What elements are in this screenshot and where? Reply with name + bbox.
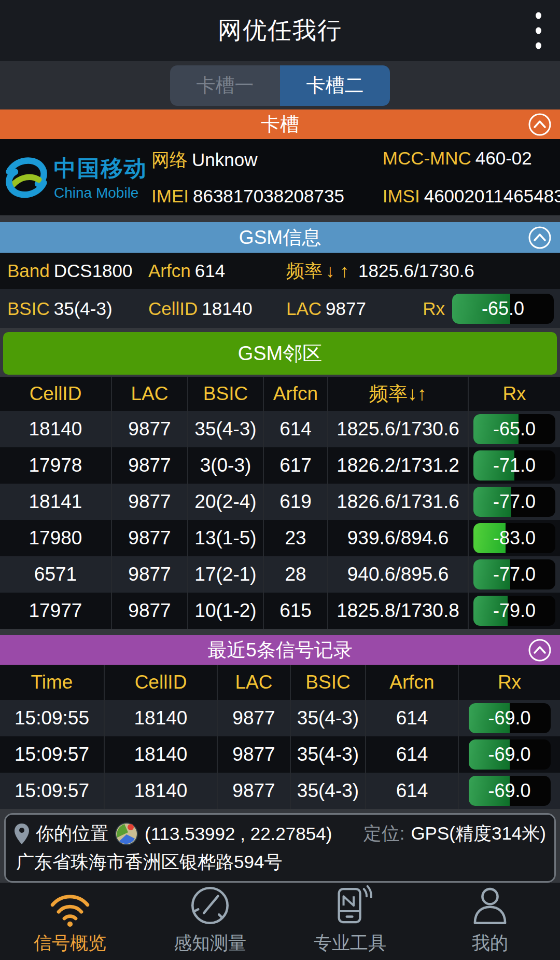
nav-mine[interactable]: 我的 (420, 887, 560, 955)
gsm-section-title: GSM信息 (239, 225, 321, 251)
rx-signal-badge: -71.0 (473, 450, 555, 481)
field-rx: Rx -65.0 (423, 294, 554, 324)
lac-cell: 9877 (111, 484, 187, 520)
frequency-label: 频率 (286, 259, 323, 283)
frequency-cell: 1825.6/1730.6 (327, 411, 468, 447)
neighbors-table-header: CellID LAC BSIC Arfcn 频率↓↑ Rx (0, 377, 560, 411)
imei-label: IMEI (151, 186, 189, 207)
cellid-cell: 6571 (0, 556, 111, 593)
rx-value: -79.0 (473, 596, 555, 626)
time-cell: 15:09:57 (0, 736, 104, 773)
lac-cell: 9877 (217, 736, 290, 773)
bsic-cell: 20(2-4) (187, 484, 263, 520)
field-network: 网络 Unknow (151, 148, 383, 172)
arfcn-cell: 614 (365, 700, 458, 736)
nav-signal-overview[interactable]: 信号概览 (0, 887, 140, 955)
bsic-cell: 17(2-1) (187, 556, 263, 593)
location-panel: 你的位置 (113.53992 , 22.27854) 定位: GPS(精度31… (4, 813, 556, 883)
neighbor-row: 17978 9877 3(0-3) 617 1826.2/1731.2 -71.… (0, 447, 560, 484)
imsi-value: 460020114654836 (424, 186, 560, 207)
cellid-value: 18140 (202, 298, 252, 319)
neighbors-section-header: GSM邻区 (3, 332, 557, 375)
gauge-icon (189, 890, 231, 927)
bsic-cell: 35(4-3) (290, 736, 365, 773)
arfcn-cell: 614 (263, 411, 327, 447)
collapse-up-icon[interactable] (528, 226, 552, 250)
rx-signal-badge: -69.0 (469, 739, 551, 770)
rx-label: Rx (423, 298, 445, 319)
arfcn-cell: 619 (263, 484, 327, 520)
col-time: Time (0, 665, 104, 700)
location-pin-icon (14, 823, 30, 845)
cellid-cell: 17978 (0, 447, 111, 484)
collapse-up-icon[interactable] (528, 113, 552, 136)
lac-label: LAC (286, 298, 321, 319)
title-bar: 网优任我行 (0, 0, 560, 61)
google-maps-icon[interactable] (115, 822, 138, 846)
china-mobile-logo-icon (4, 154, 49, 201)
lac-cell: 9877 (111, 593, 187, 629)
rx-value: -77.0 (473, 487, 555, 517)
band-value: DCS1800 (54, 260, 133, 281)
gsm-section-header: GSM信息 (0, 222, 560, 253)
nav-perception-measure[interactable]: 感知测量 (140, 887, 280, 955)
col-arfcn: Arfcn (365, 665, 458, 700)
neighbor-row: 17977 9877 10(1-2) 615 1825.8/1730.8 -79… (0, 593, 560, 629)
gsm-info-row-2: BSIC 35(4-3) CellID 18140 LAC 9877 Rx -6… (0, 289, 560, 328)
tab-slot-1[interactable]: 卡槽一 (170, 65, 280, 106)
mccmnc-label: MCC-MNC (383, 148, 471, 169)
collapse-up-icon[interactable] (528, 638, 552, 662)
rx-value: -65.0 (473, 414, 555, 444)
bsic-cell: 10(1-2) (187, 593, 263, 629)
network-label: 网络 (151, 148, 188, 172)
field-mccmnc: MCC-MNC 460-02 (383, 148, 557, 172)
rx-value: -69.0 (469, 703, 551, 733)
frequency-cell: 1825.8/1730.8 (327, 593, 468, 629)
nav-label: 我的 (472, 931, 508, 955)
col-cellid: CellID (0, 377, 111, 411)
sim-fields: 网络 Unknow MCC-MNC 460-02 IMEI 8638170382… (151, 148, 560, 207)
lac-cell: 9877 (111, 411, 187, 447)
address-text: 广东省珠海市香洲区银桦路594号 (14, 850, 546, 874)
band-label: Band (7, 260, 50, 281)
my-location-label: 你的位置 (36, 821, 108, 846)
rx-value: -77.0 (473, 559, 555, 589)
col-rx: Rx (468, 377, 560, 411)
frequency-cell: 1826.2/1731.2 (327, 447, 468, 484)
sim-tab-group: 卡槽一 卡槽二 (170, 65, 390, 106)
col-lac: LAC (217, 665, 290, 700)
tab-slot-2[interactable]: 卡槽二 (280, 65, 390, 106)
col-frequency: 频率↓↑ (327, 377, 468, 411)
records-table: Time CellID LAC BSIC Arfcn Rx 15:09:55 1… (0, 665, 560, 809)
operator-name-cn: 中国移动 (54, 154, 147, 184)
arfcn-cell: 614 (365, 736, 458, 773)
field-bsic: BSIC 35(4-3) (7, 298, 148, 319)
sim-section-title: 卡槽 (261, 112, 299, 138)
cellid-cell: 18140 (0, 411, 111, 447)
col-lac: LAC (111, 377, 187, 411)
cellid-label: CellID (148, 298, 198, 319)
cellid-cell: 18140 (104, 700, 217, 736)
overflow-menu-icon[interactable] (531, 8, 545, 53)
lac-cell: 9877 (217, 700, 290, 736)
arfcn-cell: 615 (263, 593, 327, 629)
field-imei: IMEI 863817038208735 (151, 186, 383, 207)
frequency-cell: 940.6/895.6 (327, 556, 468, 593)
arfcn-cell: 617 (263, 447, 327, 484)
operator-brand: 中国移动 China Mobile (0, 154, 151, 201)
neighbor-row: 17980 9877 13(1-5) 23 939.6/894.6 -83.0 (0, 520, 560, 556)
lac-cell: 9877 (111, 520, 187, 556)
arfcn-label: Arfcn (148, 260, 191, 281)
rx-value: -69.0 (469, 739, 551, 770)
nav-label: 信号概览 (34, 931, 106, 955)
person-icon (469, 890, 511, 927)
bsic-cell: 35(4-3) (290, 773, 365, 809)
imsi-label: IMSI (383, 186, 420, 207)
col-rx: Rx (458, 665, 560, 700)
lac-cell: 9877 (217, 773, 290, 809)
lac-cell: 9877 (111, 556, 187, 593)
rx-signal-badge: -77.0 (473, 559, 555, 589)
bsic-value: 35(4-3) (54, 298, 113, 319)
field-lac: LAC 9877 (286, 298, 366, 319)
nav-pro-tools[interactable]: 专业工具 (280, 887, 420, 955)
